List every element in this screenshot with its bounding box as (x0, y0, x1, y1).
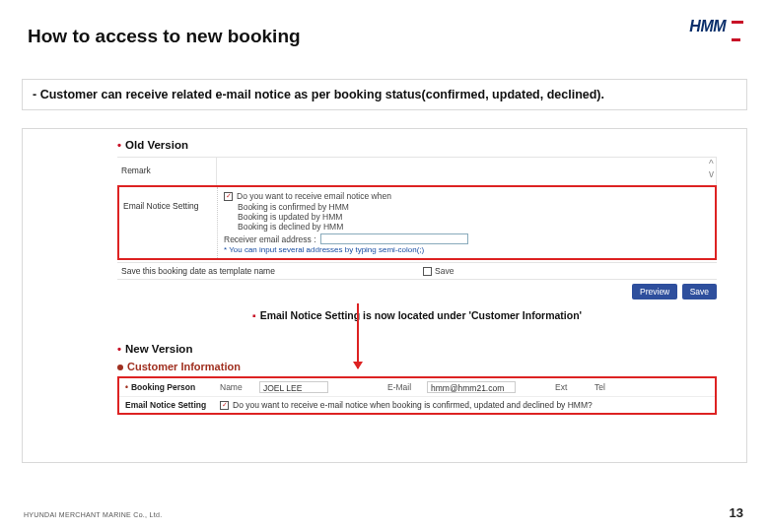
email-notice-label: Email Notice Setting (119, 187, 218, 258)
ext-sublabel: Ext (555, 382, 577, 392)
email-field[interactable]: hmm@hmm21.com (427, 381, 516, 393)
bullet-icon: • (117, 343, 121, 355)
remark-label: Remark (117, 158, 216, 175)
booking-person-row: •Booking Person Name JOEL LEE E-Mail hmm… (119, 378, 715, 397)
receiver-label: Receiver email address : (224, 234, 316, 244)
booking-person-label: Booking Person (131, 382, 195, 392)
ens-checkbox[interactable]: ✓ (220, 401, 229, 410)
old-version-block: Remark ^v Email Notice Setting ✓ Do you … (117, 157, 717, 299)
customer-info-header: Customer Information (117, 361, 746, 372)
bullet-icon: • (117, 139, 121, 151)
content-panel: •Old Version Remark ^v Email Notice Sett… (22, 128, 747, 463)
brand-bars-icon (732, 10, 743, 45)
page-number: 13 (730, 505, 743, 520)
email-notice-row-new: Email Notice Setting ✓ Do you want to re… (119, 397, 715, 413)
remark-textarea[interactable]: ^v (216, 158, 717, 185)
note-bullet-icon: ▪ (252, 309, 256, 321)
email-notice-body: ✓ Do you want to receive email notice wh… (218, 187, 715, 258)
brand-logo: HMM (689, 10, 743, 45)
scrollbar-icon: ^v (709, 160, 714, 179)
page-title: How to access to new booking (28, 26, 301, 47)
subtitle: - Customer can receive related e-mail no… (22, 79, 747, 110)
tel-sublabel: Tel (594, 382, 616, 392)
preview-button[interactable]: Preview (632, 284, 677, 299)
relocation-note: ▪Email Notice Setting is now located und… (117, 309, 717, 321)
new-version-block: •Booking Person Name JOEL LEE E-Mail hmm… (117, 376, 717, 415)
chk-main-label: Do you want to receive email notice when (237, 191, 391, 201)
notice-line-1: Booking is confirmed by HMM (224, 202, 709, 212)
email-notice-row-old: Email Notice Setting ✓ Do you want to re… (117, 185, 717, 260)
save-checkbox-label: Save (435, 266, 454, 276)
button-row: Preview Save (117, 284, 717, 299)
brand-text: HMM (689, 18, 726, 34)
dot-icon (117, 365, 123, 370)
name-field[interactable]: JOEL LEE (259, 381, 328, 393)
name-sublabel: Name (220, 382, 259, 392)
notice-line-3: Booking is declined by HMM (224, 222, 709, 232)
receiver-input[interactable] (320, 233, 468, 244)
old-version-header: •Old Version (117, 139, 746, 151)
arrow-down-icon (357, 303, 359, 368)
notice-line-2: Booking is updated by HMM (224, 212, 709, 222)
ens-text: Do you want to receive e-mail notice whe… (233, 400, 593, 410)
save-template-label: Save this booking date as template name (117, 266, 423, 276)
receiver-hint: * You can input several addresses by typ… (224, 245, 709, 254)
footer-company: HYUNDAI MERCHANT MARINE Co., Ltd. (24, 511, 162, 518)
new-version-header: •New Version (117, 343, 746, 355)
save-button[interactable]: Save (682, 284, 717, 299)
ens-label: Email Notice Setting (125, 400, 220, 410)
save-checkbox[interactable] (423, 267, 432, 276)
save-template-row: Save this booking date as template name … (117, 262, 717, 280)
email-sublabel: E-Mail (387, 382, 427, 392)
remark-row: Remark ^v (117, 157, 717, 185)
checkbox-main[interactable]: ✓ (224, 192, 233, 201)
